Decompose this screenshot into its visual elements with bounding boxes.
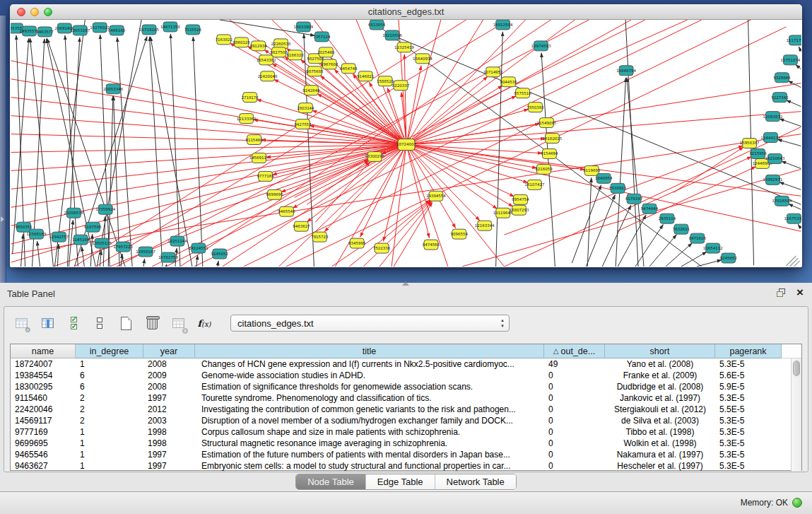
table-cell-in-degree: 1	[76, 460, 143, 472]
table-cell-out-de-: 0	[544, 392, 605, 404]
table-mode-icon[interactable]: ⚙	[13, 315, 30, 332]
table-cell-pagerank: 5.3E-5	[715, 449, 782, 460]
tab-edge-table[interactable]: Edge Table	[366, 474, 435, 489]
table-cell-name: 9777169	[11, 426, 76, 438]
network-node-label: 8471626	[689, 236, 707, 240]
network-node-label: 17359924	[95, 207, 115, 211]
column-header-name[interactable]: name	[11, 344, 76, 358]
network-node-label: 1145194	[72, 238, 90, 242]
float-panel-icon[interactable]	[777, 288, 787, 298]
network-node-label: 15992971	[763, 177, 783, 182]
network-node-label: 9465546	[278, 209, 295, 214]
table-row[interactable]: 1456911722003Disruption of a novel membe…	[11, 415, 782, 426]
function-builder-icon[interactable]: f(x)	[196, 315, 213, 332]
network-node-label: 11171750	[786, 38, 801, 42]
network-edge	[218, 261, 218, 267]
show-columns-icon[interactable]	[39, 315, 56, 332]
network-table-select[interactable]: citations_edges.txt ▲▼	[230, 315, 510, 332]
network-node-label: 10719185	[139, 28, 159, 32]
network-edge	[383, 144, 406, 241]
network-node-label: 9096554	[451, 232, 469, 236]
table-cell-pagerank: 5.3E-5	[715, 426, 782, 438]
network-edge	[272, 64, 406, 145]
network-edge	[143, 259, 145, 267]
network-node-label: 9245652	[720, 256, 737, 260]
column-header-title[interactable]: title	[195, 344, 544, 358]
network-node-label: 13505135	[92, 241, 112, 245]
column-header-label: out_de...	[561, 346, 596, 356]
table-row[interactable]: 977716911998Corpus callosum shape and si…	[11, 426, 782, 438]
table-cell-title: Investigating the contribution of common…	[195, 404, 544, 415]
memory-indicator[interactable]: Memory: OK	[741, 498, 802, 508]
network-node-label: 9245052	[211, 252, 228, 256]
selected-table-name: citations_edges.txt	[237, 318, 314, 329]
table-cell-short: Yano et al. (2008)	[605, 358, 715, 370]
column-header-year[interactable]: year	[143, 344, 195, 358]
column-header-short[interactable]: short	[605, 344, 715, 358]
new-table-icon[interactable]	[117, 315, 134, 332]
network-node-label: 14569117	[249, 156, 269, 160]
table-row[interactable]: 969969511998Structural magnetic resonanc…	[11, 438, 782, 449]
close-panel-icon[interactable]: ×	[796, 288, 804, 298]
column-header-pagerank[interactable]: pagerank	[715, 344, 782, 358]
table-row[interactable]: 1872400712008Changes of HCN gene express…	[11, 358, 782, 370]
x-badge-icon: x	[182, 328, 188, 334]
network-node-label: 17016504	[772, 199, 792, 203]
table-row[interactable]: 946554611997Estimation of the future num…	[11, 449, 782, 460]
table-cell-name: 18300295	[11, 381, 76, 392]
column-header-in-degree[interactable]: in_degree	[76, 344, 143, 358]
table-cell-in-degree: 2	[76, 404, 143, 415]
delete-table-icon[interactable]: x	[170, 315, 187, 332]
network-edge	[11, 134, 801, 255]
trash-icon[interactable]	[143, 315, 160, 332]
network-node-label: 16162015	[542, 136, 562, 141]
column-header-out-de-[interactable]: △out_de...	[544, 344, 605, 358]
table-cell-out-de-: 49	[544, 358, 605, 370]
network-node-label: 14124551	[189, 246, 208, 250]
table-cell-out-de-: 0	[544, 381, 605, 392]
network-edge	[406, 112, 801, 145]
network-node-label: 13958167	[136, 250, 155, 254]
column-header-label: name	[32, 346, 54, 356]
select-columns-icon[interactable]	[65, 315, 82, 332]
tab-node-table[interactable]: Node Table	[296, 474, 366, 489]
network-canvas[interactable]: 1872400771638228860128891293422260538982…	[11, 20, 801, 267]
window-titlebar[interactable]: citations_edges.txt	[10, 4, 802, 20]
table-row[interactable]: 2242004622012Investigating the contribut…	[11, 404, 782, 415]
network-edge	[21, 234, 23, 267]
network-node-label: 9850351	[15, 225, 32, 229]
network-edge	[170, 34, 180, 267]
vertical-scrollbar[interactable]	[791, 358, 801, 472]
network-node-label: 8912934	[249, 44, 267, 48]
network-node-label: 1640954	[595, 176, 613, 180]
row-height-icon[interactable]	[91, 315, 108, 332]
table-cell-name: 14569117	[11, 415, 76, 426]
table-cell-year: 1997	[143, 460, 195, 472]
scrollbar-thumb[interactable]	[793, 361, 800, 376]
table-cell-year: 1997	[143, 392, 195, 404]
network-node-label: 20053346	[103, 87, 123, 91]
table-cell-in-degree: 6	[76, 370, 143, 381]
table-cell-year: 2012	[143, 404, 195, 415]
memory-ok-icon	[792, 498, 802, 508]
table-row[interactable]: 946362711997Embryonic stem cells: a mode…	[11, 460, 782, 472]
column-header-label: short	[650, 346, 670, 356]
column-header-label: year	[160, 346, 177, 356]
network-edge	[57, 244, 59, 267]
network-node-label: 2025466	[317, 50, 335, 54]
network-node-label: 18724007	[396, 142, 416, 146]
network-node-label: 8186328	[286, 53, 304, 57]
network-edge	[11, 144, 406, 244]
network-node-label: 7163822	[216, 37, 233, 42]
network-edge	[796, 64, 801, 69]
table-row[interactable]: 1830029562008Estimation of significance …	[11, 381, 782, 392]
network-edge	[331, 200, 430, 267]
table-row[interactable]: 911546021997Tourette syndrome. Phenomeno…	[11, 392, 782, 404]
network-node-label: 18300295	[365, 154, 384, 158]
network-graph[interactable]: 1872400771638228860128891293422260538982…	[11, 20, 801, 267]
panel-collapse-arrow-icon[interactable]	[1, 216, 4, 222]
tab-network-table[interactable]: Network Table	[435, 474, 516, 489]
network-node-label: 12093832	[763, 115, 783, 119]
cytoscape-app: citations_edges.txt 18724007716382288601…	[0, 0, 812, 514]
table-row[interactable]: 1938455462009Genome-wide association stu…	[11, 370, 782, 381]
